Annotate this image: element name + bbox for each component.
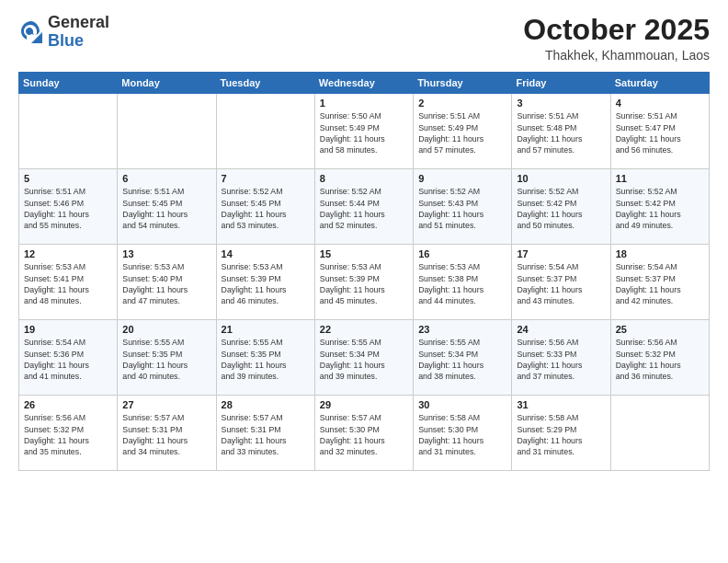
header: General Blue October 2025 Thakhek, Khamm… bbox=[18, 14, 710, 63]
day-number: 14 bbox=[222, 248, 310, 259]
calendar-cell: 20Sunrise: 5:55 AMSunset: 5:35 PMDayligh… bbox=[118, 320, 216, 396]
day-info: Sunrise: 5:51 AMSunset: 5:49 PMDaylight:… bbox=[418, 110, 506, 155]
day-info: Sunrise: 5:54 AMSunset: 5:37 PMDaylight:… bbox=[517, 261, 605, 306]
day-of-week-header: Thursday bbox=[414, 73, 512, 94]
day-number: 29 bbox=[320, 399, 408, 410]
day-info: Sunrise: 5:56 AMSunset: 5:33 PMDaylight:… bbox=[517, 337, 605, 382]
day-number: 16 bbox=[418, 248, 506, 259]
day-of-week-header: Saturday bbox=[610, 73, 709, 94]
day-number: 22 bbox=[320, 324, 408, 335]
day-info: Sunrise: 5:52 AMSunset: 5:44 PMDaylight:… bbox=[320, 186, 408, 231]
day-info: Sunrise: 5:55 AMSunset: 5:34 PMDaylight:… bbox=[320, 337, 408, 382]
calendar-header-row: SundayMondayTuesdayWednesdayThursdayFrid… bbox=[19, 73, 710, 94]
calendar-cell: 3Sunrise: 5:51 AMSunset: 5:48 PMDaylight… bbox=[512, 94, 610, 169]
day-number: 5 bbox=[24, 173, 112, 184]
calendar-cell: 10Sunrise: 5:52 AMSunset: 5:42 PMDayligh… bbox=[512, 169, 610, 245]
day-number: 1 bbox=[320, 98, 408, 109]
calendar-cell: 9Sunrise: 5:52 AMSunset: 5:43 PMDaylight… bbox=[414, 169, 512, 245]
calendar-cell: 13Sunrise: 5:53 AMSunset: 5:40 PMDayligh… bbox=[118, 245, 216, 320]
day-number: 9 bbox=[418, 173, 506, 184]
day-number: 20 bbox=[122, 324, 210, 335]
logo-text: General Blue bbox=[48, 14, 109, 51]
day-info: Sunrise: 5:52 AMSunset: 5:43 PMDaylight:… bbox=[418, 186, 506, 231]
day-number: 12 bbox=[24, 248, 112, 259]
day-of-week-header: Monday bbox=[118, 73, 216, 94]
day-info: Sunrise: 5:53 AMSunset: 5:38 PMDaylight:… bbox=[418, 261, 506, 306]
day-number: 10 bbox=[517, 173, 605, 184]
day-of-week-header: Wednesday bbox=[314, 73, 413, 94]
day-number: 23 bbox=[418, 324, 506, 335]
calendar-cell bbox=[19, 94, 118, 169]
day-of-week-header: Tuesday bbox=[216, 73, 314, 94]
calendar-week-row: 26Sunrise: 5:56 AMSunset: 5:32 PMDayligh… bbox=[19, 396, 710, 471]
day-number: 21 bbox=[222, 324, 310, 335]
calendar-table: SundayMondayTuesdayWednesdayThursdayFrid… bbox=[18, 72, 710, 471]
day-number: 25 bbox=[616, 324, 704, 335]
day-number: 3 bbox=[517, 98, 605, 109]
calendar-cell: 2Sunrise: 5:51 AMSunset: 5:49 PMDaylight… bbox=[414, 94, 512, 169]
day-number: 11 bbox=[616, 173, 704, 184]
day-info: Sunrise: 5:53 AMSunset: 5:41 PMDaylight:… bbox=[24, 261, 112, 306]
day-number: 4 bbox=[616, 98, 704, 109]
day-info: Sunrise: 5:52 AMSunset: 5:42 PMDaylight:… bbox=[517, 186, 605, 231]
day-of-week-header: Friday bbox=[512, 73, 610, 94]
day-info: Sunrise: 5:55 AMSunset: 5:35 PMDaylight:… bbox=[122, 337, 210, 382]
calendar-cell: 22Sunrise: 5:55 AMSunset: 5:34 PMDayligh… bbox=[314, 320, 413, 396]
day-number: 2 bbox=[418, 98, 506, 109]
day-number: 27 bbox=[122, 399, 210, 410]
day-info: Sunrise: 5:57 AMSunset: 5:31 PMDaylight:… bbox=[222, 412, 310, 457]
calendar-cell: 17Sunrise: 5:54 AMSunset: 5:37 PMDayligh… bbox=[512, 245, 610, 320]
calendar-week-row: 1Sunrise: 5:50 AMSunset: 5:49 PMDaylight… bbox=[19, 94, 710, 169]
day-info: Sunrise: 5:52 AMSunset: 5:42 PMDaylight:… bbox=[616, 186, 704, 231]
day-number: 26 bbox=[24, 399, 112, 410]
location-title: Thakhek, Khammouan, Laos bbox=[523, 48, 710, 63]
day-info: Sunrise: 5:54 AMSunset: 5:36 PMDaylight:… bbox=[24, 337, 112, 382]
day-info: Sunrise: 5:53 AMSunset: 5:40 PMDaylight:… bbox=[122, 261, 210, 306]
day-number: 8 bbox=[320, 173, 408, 184]
day-info: Sunrise: 5:51 AMSunset: 5:48 PMDaylight:… bbox=[517, 110, 605, 155]
svg-point-0 bbox=[28, 29, 31, 33]
calendar-cell: 5Sunrise: 5:51 AMSunset: 5:46 PMDaylight… bbox=[19, 169, 118, 245]
calendar-cell: 30Sunrise: 5:58 AMSunset: 5:30 PMDayligh… bbox=[414, 396, 512, 471]
calendar-week-row: 5Sunrise: 5:51 AMSunset: 5:46 PMDaylight… bbox=[19, 169, 710, 245]
calendar-cell: 14Sunrise: 5:53 AMSunset: 5:39 PMDayligh… bbox=[216, 245, 314, 320]
logo-icon bbox=[18, 19, 44, 45]
day-info: Sunrise: 5:51 AMSunset: 5:47 PMDaylight:… bbox=[616, 110, 704, 155]
day-number: 30 bbox=[418, 399, 506, 410]
logo: General Blue bbox=[18, 14, 109, 51]
calendar-week-row: 19Sunrise: 5:54 AMSunset: 5:36 PMDayligh… bbox=[19, 320, 710, 396]
day-info: Sunrise: 5:55 AMSunset: 5:34 PMDaylight:… bbox=[418, 337, 506, 382]
day-info: Sunrise: 5:54 AMSunset: 5:37 PMDaylight:… bbox=[616, 261, 704, 306]
logo-general-text: General bbox=[48, 13, 109, 31]
day-info: Sunrise: 5:52 AMSunset: 5:45 PMDaylight:… bbox=[222, 186, 310, 231]
day-number: 6 bbox=[122, 173, 210, 184]
day-info: Sunrise: 5:53 AMSunset: 5:39 PMDaylight:… bbox=[320, 261, 408, 306]
day-number: 19 bbox=[24, 324, 112, 335]
day-info: Sunrise: 5:57 AMSunset: 5:30 PMDaylight:… bbox=[320, 412, 408, 457]
calendar-cell: 15Sunrise: 5:53 AMSunset: 5:39 PMDayligh… bbox=[314, 245, 413, 320]
calendar-cell: 24Sunrise: 5:56 AMSunset: 5:33 PMDayligh… bbox=[512, 320, 610, 396]
day-number: 18 bbox=[616, 248, 704, 259]
calendar-cell: 12Sunrise: 5:53 AMSunset: 5:41 PMDayligh… bbox=[19, 245, 118, 320]
calendar-cell: 29Sunrise: 5:57 AMSunset: 5:30 PMDayligh… bbox=[314, 396, 413, 471]
day-number: 28 bbox=[222, 399, 310, 410]
calendar-cell: 23Sunrise: 5:55 AMSunset: 5:34 PMDayligh… bbox=[414, 320, 512, 396]
calendar-cell: 7Sunrise: 5:52 AMSunset: 5:45 PMDaylight… bbox=[216, 169, 314, 245]
day-info: Sunrise: 5:56 AMSunset: 5:32 PMDaylight:… bbox=[616, 337, 704, 382]
day-number: 7 bbox=[222, 173, 310, 184]
calendar-cell: 1Sunrise: 5:50 AMSunset: 5:49 PMDaylight… bbox=[314, 94, 413, 169]
calendar-cell: 8Sunrise: 5:52 AMSunset: 5:44 PMDaylight… bbox=[314, 169, 413, 245]
calendar-cell: 16Sunrise: 5:53 AMSunset: 5:38 PMDayligh… bbox=[414, 245, 512, 320]
day-number: 15 bbox=[320, 248, 408, 259]
calendar-cell: 31Sunrise: 5:58 AMSunset: 5:29 PMDayligh… bbox=[512, 396, 610, 471]
calendar-cell: 19Sunrise: 5:54 AMSunset: 5:36 PMDayligh… bbox=[19, 320, 118, 396]
calendar-cell: 25Sunrise: 5:56 AMSunset: 5:32 PMDayligh… bbox=[610, 320, 709, 396]
day-info: Sunrise: 5:51 AMSunset: 5:45 PMDaylight:… bbox=[122, 186, 210, 231]
calendar-cell: 4Sunrise: 5:51 AMSunset: 5:47 PMDaylight… bbox=[610, 94, 709, 169]
calendar-cell: 6Sunrise: 5:51 AMSunset: 5:45 PMDaylight… bbox=[118, 169, 216, 245]
day-of-week-header: Sunday bbox=[19, 73, 118, 94]
calendar-cell: 21Sunrise: 5:55 AMSunset: 5:35 PMDayligh… bbox=[216, 320, 314, 396]
day-number: 31 bbox=[517, 399, 605, 410]
page: General Blue October 2025 Thakhek, Khamm… bbox=[0, 0, 728, 563]
day-number: 13 bbox=[122, 248, 210, 259]
